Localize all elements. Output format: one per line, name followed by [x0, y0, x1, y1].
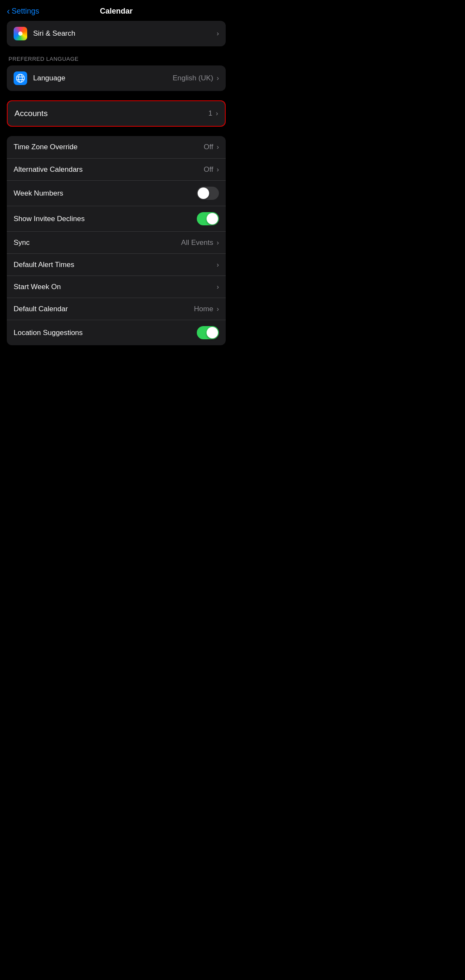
show-invitee-declines-toggle[interactable] — [197, 212, 219, 225]
accounts-value: 1 — [208, 109, 212, 118]
sync-value: All Events — [181, 239, 213, 247]
time-zone-chevron-icon: › — [217, 143, 219, 151]
accounts-section: Accounts 1 › — [7, 100, 226, 127]
language-section: PREFERRED LANGUAGE Language English (UK)… — [7, 56, 226, 91]
siri-icon — [14, 27, 27, 40]
language-row[interactable]: Language English (UK) › — [7, 65, 226, 91]
start-week-on-row[interactable]: Start Week On › — [7, 276, 226, 298]
show-invitee-declines-row: Show Invitee Declines — [7, 206, 226, 231]
week-numbers-row: Week Numbers — [7, 180, 226, 206]
back-label: Settings — [11, 7, 39, 16]
sync-label: Sync — [14, 239, 181, 247]
page-title: Calendar — [100, 7, 133, 16]
svg-point-0 — [17, 74, 25, 82]
alternative-calendars-label: Alternative Calendars — [14, 165, 204, 174]
week-numbers-toggle[interactable] — [197, 187, 219, 200]
time-zone-override-row[interactable]: Time Zone Override Off › — [7, 136, 226, 158]
globe-svg — [16, 74, 25, 83]
alternative-calendars-chevron-icon: › — [217, 166, 219, 173]
siri-card: Siri & Search › — [7, 21, 226, 46]
navigation-header: ‹ Settings Calendar — [0, 0, 232, 21]
siri-dot — [18, 31, 23, 36]
default-alert-times-label: Default Alert Times — [14, 261, 216, 269]
default-alert-times-row[interactable]: Default Alert Times › — [7, 253, 226, 276]
default-calendar-value: Home — [194, 305, 213, 313]
alternative-calendars-value: Off — [204, 165, 213, 174]
language-value: English (UK) — [173, 74, 213, 82]
globe-icon — [14, 71, 27, 85]
time-zone-override-value: Off — [204, 143, 213, 151]
show-invitee-declines-label: Show Invitee Declines — [14, 215, 197, 223]
siri-chevron-icon: › — [217, 30, 219, 37]
back-button[interactable]: ‹ Settings — [7, 7, 39, 16]
location-suggestions-toggle[interactable] — [197, 326, 219, 339]
sync-row[interactable]: Sync All Events › — [7, 231, 226, 253]
settings-section: Time Zone Override Off › Alternative Cal… — [7, 136, 226, 345]
alternative-calendars-row[interactable]: Alternative Calendars Off › — [7, 158, 226, 180]
back-chevron-icon: ‹ — [7, 7, 10, 16]
language-label: Language — [33, 74, 173, 82]
accounts-card: Accounts 1 › — [7, 100, 226, 127]
siri-section: Siri & Search › — [7, 21, 226, 46]
week-numbers-label: Week Numbers — [14, 189, 197, 198]
svg-point-1 — [19, 74, 23, 82]
start-week-on-chevron-icon: › — [217, 283, 219, 291]
accounts-row[interactable]: Accounts 1 › — [7, 100, 226, 127]
settings-card: Time Zone Override Off › Alternative Cal… — [7, 136, 226, 345]
start-week-on-label: Start Week On — [14, 283, 216, 291]
siri-row[interactable]: Siri & Search › — [7, 21, 226, 46]
default-alert-times-chevron-icon: › — [217, 261, 219, 269]
sync-chevron-icon: › — [217, 239, 219, 247]
default-calendar-row[interactable]: Default Calendar Home › — [7, 298, 226, 320]
location-suggestions-row: Location Suggestions — [7, 320, 226, 345]
language-card: Language English (UK) › — [7, 65, 226, 91]
accounts-label: Accounts — [14, 109, 208, 118]
show-invitee-declines-toggle-knob — [207, 213, 218, 224]
accounts-chevron-icon: › — [216, 110, 218, 117]
default-calendar-label: Default Calendar — [14, 305, 194, 313]
language-section-label: PREFERRED LANGUAGE — [7, 56, 226, 62]
time-zone-override-label: Time Zone Override — [14, 143, 204, 151]
default-calendar-chevron-icon: › — [217, 305, 219, 313]
siri-label: Siri & Search — [33, 29, 216, 38]
language-chevron-icon: › — [217, 74, 219, 82]
location-suggestions-toggle-knob — [207, 327, 218, 338]
location-suggestions-label: Location Suggestions — [14, 329, 197, 337]
week-numbers-toggle-knob — [198, 187, 209, 199]
